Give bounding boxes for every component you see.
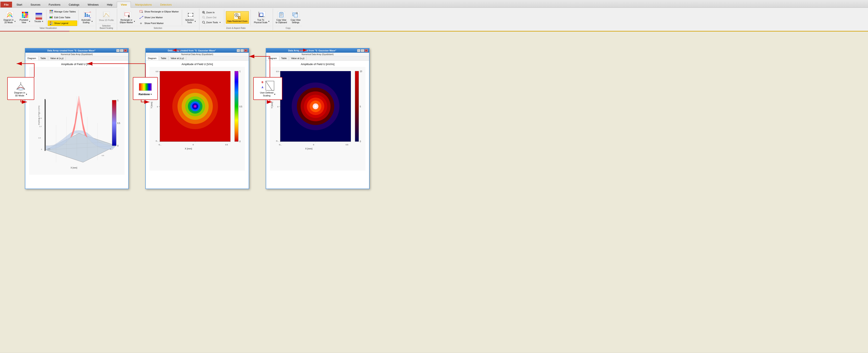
svg-rect-28 [50,16,52,18]
tab-help[interactable]: Help [103,2,117,7]
btn-copy-view-settings[interactable]: Copy ViewSettings [289,10,302,25]
rectangle-ellipse-dropdown[interactable]: ▼ [134,21,135,23]
callout-rainbow: Rainbow ▼ [133,77,158,100]
svg-text:0.5: 0.5 [346,144,348,146]
svg-rect-6 [24,12,25,13]
svg-line-67 [204,23,205,24]
svg-rect-41 [103,11,110,18]
svg-text:0.5: 0.5 [156,70,158,73]
data-restricted-zoom-icon [234,12,241,20]
btn-copy-view-clipboard[interactable]: Copy Viewto Clipboard [274,10,288,25]
btn-diagram-2d[interactable]: Diagram in2D Mode ▼ [2,10,17,25]
group-label-copy: Copy [274,26,302,29]
diagram-3d-dropdown-btn[interactable]: ▼ [26,93,27,95]
pixelated-dropdown[interactable]: ▼ [29,21,30,23]
w2-tab-table[interactable]: Table [159,57,168,60]
svg-rect-17 [22,17,24,18]
selection-tools-dropdown[interactable]: ▼ [194,21,196,23]
rainbow-dropdown-btn[interactable]: ▼ [150,93,152,95]
w2-close[interactable]: ✕ [244,49,247,52]
svg-text:0: 0 [157,106,158,108]
rectangle-ellipse-label: Rectangle orEllipse Marker [120,19,133,24]
svg-rect-26 [51,10,52,11]
btn-edit-color-table[interactable]: Edit Color Table [48,15,77,20]
btn-show-point-marker[interactable]: ✛ Show Point Marker [138,21,180,26]
w3-tab-table[interactable]: Table [279,57,289,60]
true-to-physical-dropdown[interactable]: ▼ [268,21,270,23]
tab-file[interactable]: File [0,2,12,7]
btn-automatic-scaling[interactable]: max min AutomaticScaling ▼ [80,10,94,25]
w2-maximize[interactable]: □ [240,49,244,52]
tab-windows[interactable]: Windows [84,2,102,7]
tab-view[interactable]: View [117,2,131,8]
btn-show-rect-ellipse[interactable]: ▣ Show Rectangle or Ellipse Marker [138,9,180,14]
w2-tab-diagram[interactable]: Diagram [146,57,159,60]
w1-tab-table[interactable]: Table [38,57,48,60]
btn-true-to-physical[interactable]: True ToPhysical Scale ▼ [252,10,271,25]
diagram-2d-dropdown[interactable]: ▼ [14,21,16,23]
true-to-physical-label: True ToPhysical Scale [254,19,268,24]
btn-zoom-out[interactable]: Zoom Out [200,15,222,20]
tab-detectors[interactable]: Detectors [156,2,176,7]
w1-minimize[interactable]: — [116,49,120,52]
svg-text:Y [mm]: Y [mm] [271,102,273,108]
automatic-scaling-dropdown[interactable]: ▼ [91,21,93,23]
btn-selection-tools[interactable]: SelectionTools ▼ [184,10,197,25]
tricolor-dropdown[interactable]: ▼ [42,21,43,23]
svg-text:▣: ▣ [142,11,143,13]
zoom-in-icon [202,11,205,14]
svg-rect-74 [239,17,240,18]
w3-close[interactable]: ✕ [365,49,368,52]
diagram-3d-icon [14,80,27,92]
w3-plot-title: Amplitude of Field U [mV/m] [301,63,335,66]
tab-start[interactable]: Start [12,2,26,7]
w2-content: Amplitude of Field U [V/m] [146,61,249,173]
svg-rect-12 [27,13,28,15]
zoom-tools-dropdown[interactable]: ▼ [219,22,221,24]
w3-tab-diagram[interactable]: Diagram [266,57,279,60]
group-label-selection-based: Selection Based Scaling [97,24,115,29]
w1-maximize[interactable]: □ [120,49,123,52]
btn-pixelated-view[interactable]: PixelatedView ▼ [18,10,32,25]
btn-rectangle-ellipse-marker[interactable]: Rectangle orEllipse Marker ▼ [118,10,136,25]
svg-text:0.7: 0.7 [39,126,42,128]
tab-functions[interactable]: Functions [45,2,64,7]
ribbon-area: File Start Sources Functions Catalogs Wi… [0,0,868,32]
user-defined-dropdown-btn[interactable]: ▼ [274,93,276,95]
w1-tabs: Diagram Table Value at (x,y) [25,57,128,61]
tab-sources[interactable]: Sources [27,2,44,7]
btn-zoom-in[interactable]: Zoom In [200,10,222,15]
btn-data-restricted-zoom[interactable]: Data Restricted Zoom [226,11,249,24]
svg-rect-44 [124,11,131,18]
w1-buttons: — □ ✕ [116,49,127,52]
btn-tricolor[interactable]: Tricolor ▼ [33,11,45,24]
svg-text:0: 0 [277,106,278,108]
tab-catalogs[interactable]: Catalogs [65,2,83,7]
svg-text:0.5: 0.5 [38,137,41,139]
btn-show-line-marker[interactable]: Show Line Marker [138,15,180,20]
show-rect-ellipse-icon: ▣ [139,9,144,14]
tab-manipulations[interactable]: Manipulations [131,2,156,7]
edit-color-table-label: Edit Color Table [54,16,70,19]
w1-titlebar: Data Array created from "5: Gaussian Wav… [25,48,128,52]
svg-text:0: 0 [239,140,241,143]
svg-point-132 [194,106,196,107]
svg-rect-21 [35,13,42,20]
w2-tab-value[interactable]: Value at (x,y) [168,57,186,60]
svg-rect-11 [25,13,27,15]
svg-line-64 [204,18,205,19]
svg-text:-0...: -0... [276,140,279,142]
btn-zoom-tools[interactable]: Zoom Tools ▼ [200,20,222,25]
w2-minimize[interactable]: — [237,49,240,52]
w1-close[interactable]: ✕ [124,49,127,52]
w3-maximize[interactable]: □ [361,49,364,52]
w3-minimize[interactable]: — [357,49,361,52]
w1-tab-diagram[interactable]: Diagram [25,57,38,60]
svg-rect-35 [87,14,88,17]
btn-show-legend[interactable]: Show Legend [48,21,77,26]
svg-line-60 [204,13,205,14]
w3-tab-value[interactable]: Value at (x,y) [289,57,307,60]
w1-tab-value[interactable]: Value at (x,y) [48,57,66,60]
btn-manage-color-tables[interactable]: Manage Color Tables [48,9,77,14]
svg-text:Amplitude of Field U [V/m]: Amplitude of Field U [V/m] [38,106,40,125]
